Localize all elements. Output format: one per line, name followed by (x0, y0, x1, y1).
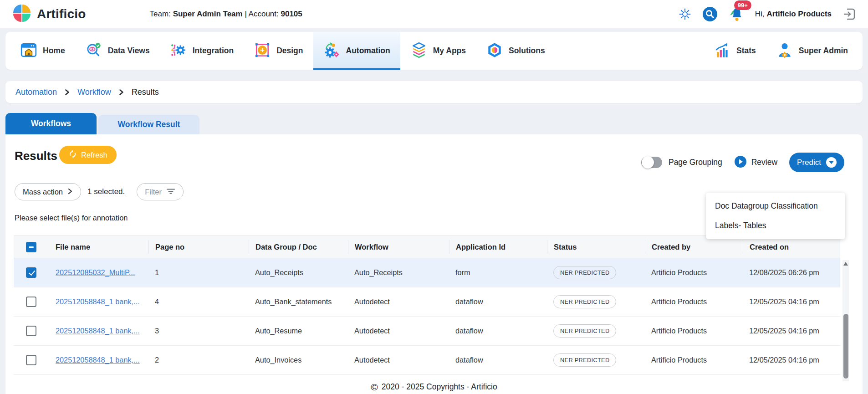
created-by-cell: Artificio Products (645, 268, 743, 277)
mass-action-button[interactable]: Mass action (15, 183, 81, 200)
nav-item-super-admin[interactable]: Super Admin (766, 32, 858, 70)
nav-item-home[interactable]: Home (10, 32, 75, 70)
table-row[interactable]: 202512085032_MultiP... 1 Auto_Receipts A… (14, 258, 840, 287)
data-views-icon (85, 41, 102, 61)
team-account-info: Team: Super Admin Team | Account: 90105 (150, 10, 302, 19)
page-grouping-label: Page Grouping (669, 158, 722, 167)
chevron-down-icon (826, 157, 837, 168)
nav-item-stats[interactable]: Stats (704, 32, 766, 70)
select-all-checkbox[interactable] (26, 242, 36, 252)
menu-item-labels-tables[interactable]: Labels- Tables (706, 216, 845, 235)
page-no-cell: 2 (148, 356, 249, 364)
created-by-cell: Artificio Products (645, 356, 743, 364)
nav-item-design[interactable]: Design (244, 32, 313, 70)
breadcrumb: Automation Workflow Results (5, 81, 863, 103)
review-button[interactable]: Review (734, 155, 777, 170)
vertical-scrollbar[interactable] (842, 260, 849, 381)
super-admin-icon (776, 41, 793, 61)
search-icon[interactable] (702, 6, 718, 22)
chevron-right-icon (64, 89, 70, 96)
nav-item-solutions[interactable]: Solutions (476, 32, 555, 70)
annotation-hint: Please select file(s) for annotation (15, 214, 128, 222)
nav-item-my-apps[interactable]: My Apps (400, 32, 476, 70)
predict-button[interactable]: Predict (789, 153, 844, 172)
row-checkbox[interactable] (26, 326, 36, 336)
brand-logo[interactable]: Artificio (12, 3, 86, 25)
table-row[interactable]: 202512058848_1 bank,... 3 Auto_Resume Au… (14, 317, 840, 346)
table-actions-row: Mass action 1 selected. Filter (15, 183, 184, 200)
workflow-cell: Autodetect (348, 327, 449, 335)
refresh-icon (68, 150, 77, 160)
col-workflow[interactable]: Workflow (348, 240, 449, 254)
chevron-right-icon (118, 89, 124, 96)
col-status[interactable]: Status (547, 240, 645, 254)
top-header: Artificio Team: Super Admin Team | Accou… (0, 0, 868, 28)
theme-toggle-sun-icon[interactable] (679, 8, 691, 20)
data-group-cell: Auto_Receipts (249, 268, 348, 277)
data-group-cell: Auto_Resume (249, 327, 348, 335)
page-no-cell: 4 (148, 297, 249, 306)
workflow-cell: Auto_Receipts (348, 268, 449, 277)
scrollbar-thumb[interactable] (843, 314, 848, 379)
scroll-up-arrow-icon[interactable] (843, 262, 848, 266)
table-row[interactable]: 202512058848_1 bank,... 4 Auto_Bank_stat… (14, 287, 840, 317)
col-data-group[interactable]: Data Group / Doc (249, 240, 348, 254)
menu-item-doc-datagroup-classification[interactable]: Doc Datagroup Classification (706, 196, 845, 216)
row-checkbox[interactable] (26, 297, 36, 307)
nav-item-integration[interactable]: Integration (160, 32, 244, 70)
table-body: 202512085032_MultiP... 1 Auto_Receipts A… (14, 258, 840, 375)
workflow-tabs: Workflows Workflow Result (5, 113, 199, 134)
tab-workflows[interactable]: Workflows (5, 113, 97, 134)
application-id-cell: dataflow (449, 327, 547, 335)
home-icon (20, 41, 37, 61)
refresh-button[interactable]: Refresh (59, 146, 117, 164)
file-name-link[interactable]: 202512085032_MultiP... (56, 268, 135, 276)
user-name: Artificio Products (766, 10, 832, 18)
tab-workflow-result[interactable]: Workflow Result (98, 115, 199, 134)
file-name-link[interactable]: 202512058848_1 bank,... (56, 356, 140, 364)
notifications-bell-icon[interactable]: 99+ (729, 6, 744, 22)
file-name-link[interactable]: 202512058848_1 bank,... (56, 327, 140, 335)
row-checkbox[interactable] (26, 267, 36, 278)
copyright-icon: © (371, 382, 378, 392)
footer: © 2020 - 2025 Copyrights - Artificio (5, 382, 863, 392)
brand-name: Artificio (37, 7, 86, 21)
page-title: Results (15, 149, 57, 163)
page-no-cell: 1 (148, 268, 249, 277)
nav-item-data-views[interactable]: Data Views (75, 32, 160, 70)
col-application-id[interactable]: Application Id (449, 240, 547, 254)
col-created-by[interactable]: Created by (645, 240, 743, 254)
notification-count-badge: 99+ (734, 0, 751, 10)
app-root: Artificio Team: Super Admin Team | Accou… (0, 0, 868, 394)
page-grouping-toggle[interactable] (641, 157, 662, 168)
breadcrumb-automation[interactable]: Automation (15, 87, 57, 97)
created-on-cell: 12/05/2025 04:16 pm (743, 297, 840, 306)
integration-icon (170, 41, 187, 61)
table-row[interactable]: 202512058848_1 bank,... 2 Auto_Invoices … (14, 346, 840, 375)
row-checkbox[interactable] (26, 355, 36, 365)
status-badge: NER PREDICTED (553, 266, 616, 279)
account-number: 90105 (281, 10, 302, 18)
play-circle-icon (734, 155, 747, 170)
filter-icon (166, 188, 175, 196)
page-no-cell: 3 (148, 327, 249, 335)
filter-button[interactable]: Filter (137, 183, 184, 200)
application-id-cell: dataflow (449, 356, 547, 364)
status-badge: NER PREDICTED (553, 353, 616, 367)
results-controls: Page Grouping Review Predict Doc Datagr (641, 153, 844, 172)
breadcrumb-workflow[interactable]: Workflow (77, 87, 111, 97)
created-on-cell: 12/05/2025 04:16 pm (743, 356, 840, 364)
logout-icon[interactable] (842, 7, 856, 21)
workflow-cell: Autodetect (348, 356, 449, 364)
workflow-cell: Autodetect (348, 297, 449, 306)
nav-item-automation[interactable]: Automation (313, 32, 400, 70)
copyright-text: 2020 - 2025 Copyrights - Artificio (382, 382, 497, 392)
col-page-no[interactable]: Page no (148, 240, 249, 254)
predict-dropdown-menu: Doc Datagroup Classification Labels- Tab… (706, 193, 845, 239)
col-file-name[interactable]: File name (49, 240, 148, 254)
breadcrumb-results: Results (132, 87, 159, 97)
file-name-link[interactable]: 202512058848_1 bank,... (56, 297, 140, 306)
created-by-cell: Artificio Products (645, 327, 743, 335)
design-icon (254, 41, 271, 61)
col-created-on[interactable]: Created on (743, 240, 840, 254)
